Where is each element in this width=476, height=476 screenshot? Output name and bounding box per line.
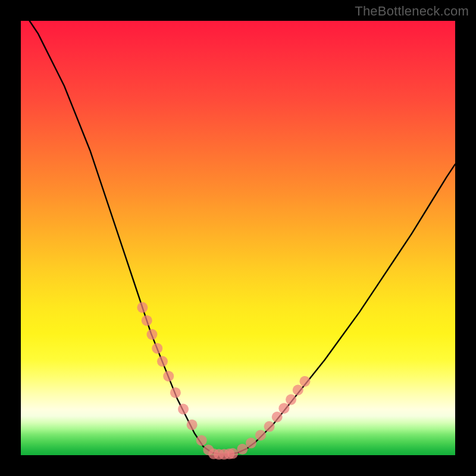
attribution-text: TheBottleneck.com	[355, 4, 469, 19]
data-point	[142, 315, 152, 326]
data-point	[278, 403, 289, 414]
data-point	[264, 421, 275, 432]
data-point	[286, 394, 296, 405]
data-point	[157, 356, 168, 367]
data-point	[146, 329, 157, 340]
bottleneck-curve	[30, 21, 455, 455]
data-point	[255, 430, 266, 440]
data-point	[187, 419, 198, 430]
data-point	[237, 444, 248, 455]
data-point	[299, 376, 310, 387]
chart-svg	[21, 21, 455, 455]
data-point	[224, 449, 234, 459]
outer-frame: TheBottleneck.com	[0, 0, 476, 476]
data-point	[272, 412, 283, 422]
data-point	[137, 302, 148, 313]
data-point	[170, 387, 181, 398]
data-point	[246, 438, 256, 449]
data-point	[163, 371, 174, 381]
data-point	[178, 404, 189, 415]
plot-area	[21, 21, 455, 455]
data-point	[293, 385, 303, 396]
curve-layer	[30, 21, 455, 455]
data-point	[196, 435, 207, 446]
dots-layer	[137, 302, 310, 460]
data-point	[152, 343, 162, 353]
